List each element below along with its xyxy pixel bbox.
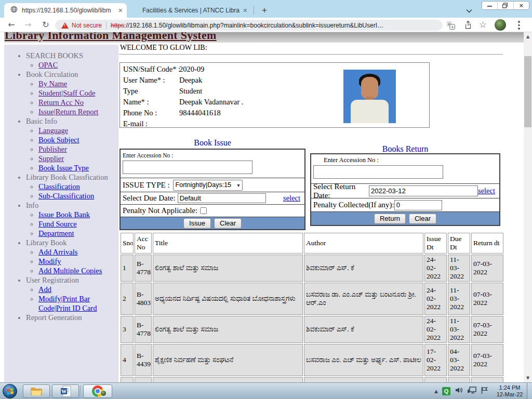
issue-type-value: Fortnightly|Days:15	[176, 181, 231, 189]
return-button[interactable]: Return	[374, 214, 406, 224]
issue-type-select[interactable]: Fortnightly|Days:15 ▾	[173, 180, 243, 191]
sidebar-item-publisher[interactable]: Publisher	[38, 145, 67, 153]
reload-button[interactable]: ↻	[39, 20, 52, 31]
windows-logo-icon	[6, 388, 14, 394]
network-icon[interactable]	[467, 387, 476, 396]
page-scrollbar[interactable]: ▲ ▼	[524, 32, 532, 382]
volume-icon[interactable]	[455, 386, 463, 396]
tab-close-icon[interactable]: ×	[118, 7, 123, 14]
due-date-select-link[interactable]: select	[283, 194, 300, 203]
return-clear-button[interactable]: Clear	[409, 214, 436, 224]
url-scheme-struck: https	[111, 22, 124, 29]
col-title: Title	[153, 233, 303, 254]
welcome-heading: WELCOME TO GLOW LIB:	[120, 44, 207, 52]
folder-icon	[30, 386, 43, 396]
forward-button[interactable]: →	[22, 20, 34, 31]
issue-clear-button[interactable]: Clear	[214, 218, 242, 229]
sidebar-item-issue-return-report[interactable]: Issue|Return Report	[38, 108, 98, 116]
start-button[interactable]	[3, 384, 17, 398]
translate-icon[interactable]: Aa	[446, 20, 456, 32]
action-center-flag-icon[interactable]	[481, 387, 488, 396]
share-icon[interactable]	[463, 20, 473, 32]
url-text: https://192.168.1.50/glowlib/libmain.php…	[111, 22, 383, 29]
return-buttons-row: Return Clear	[311, 211, 499, 225]
sidebar-item-department[interactable]: Department	[38, 229, 74, 237]
col-issue-dt: Issue Dt	[424, 233, 447, 254]
tab-facilities[interactable]: Facilities & Services | ATNCC Libra ×	[131, 3, 251, 18]
not-secure-warning-icon	[61, 22, 69, 29]
tab-glowlib[interactable]: https://192.168.1.50/glowlib/libm ×	[4, 3, 127, 18]
sidebar-item-fund-source[interactable]: Fund Source	[38, 220, 77, 228]
scrollbar-thumb[interactable]	[524, 56, 531, 127]
sidebar-item-language[interactable]: Language	[38, 126, 68, 135]
accession-row: Enter Accession No :	[311, 154, 499, 183]
user-field: User Name* :Deepak	[123, 76, 202, 85]
taskbar-chrome-button[interactable]	[83, 384, 112, 398]
return-date-select-link[interactable]: select	[478, 187, 495, 195]
sidebar-item-book-issue-type[interactable]: Book Issue Type	[38, 164, 89, 172]
taskbar-clock[interactable]: 1:24 PM 12-Mar-22	[493, 384, 527, 398]
return-accession-input[interactable]	[313, 165, 443, 179]
browser-menu-icon[interactable]	[518, 21, 520, 31]
sidebar-item-opac[interactable]: OPAC	[38, 61, 58, 69]
word-icon: W	[60, 385, 71, 397]
bookmark-star-icon[interactable]: ☆	[479, 19, 487, 30]
taskbar-explorer-button[interactable]	[23, 384, 50, 398]
issue-button[interactable]: Issue	[183, 218, 211, 229]
sidebar-item-sub-classification[interactable]: Sub-Classification	[38, 192, 94, 200]
sidebar-item-classification[interactable]: Classification	[38, 182, 80, 191]
sidebar-item-modify[interactable]: Modify	[38, 257, 61, 265]
antivirus-tray-icon[interactable]: Q	[442, 387, 450, 395]
due-date-label: Select Due Date:	[123, 194, 176, 203]
sidebar-item-add-arrivals[interactable]: Add Arrivals	[38, 248, 77, 256]
penalty-row: Penalty Not Applicable:	[121, 204, 304, 217]
sidebar-item-supplier[interactable]: Supplier	[38, 154, 64, 163]
sidebar-item-student-staff-code[interactable]: Student|Staff Code	[38, 89, 95, 97]
profile-avatar[interactable]	[495, 19, 506, 31]
penalty-not-applicable-label: Penalty Not Applicable:	[123, 206, 197, 215]
user-field: E-mail :	[123, 119, 179, 128]
restore-icon	[502, 3, 509, 9]
scroll-down-icon[interactable]: ▼	[524, 374, 532, 382]
not-secure-label: Not secure	[72, 22, 102, 29]
sidebar-item-add[interactable]: Add	[38, 285, 51, 294]
new-tab-button[interactable]: +	[258, 4, 271, 17]
sidebar-nav: SEARCH BOOKS OPAC Book Circulation By Na…	[4, 45, 118, 382]
url-rest: ://192.168.1.50/glowlib/libmain.php?main…	[124, 22, 383, 29]
sidebar-section-report-generation: Report Generation	[26, 313, 116, 322]
col-sno: Sno	[121, 233, 134, 254]
minimize-button[interactable]	[482, 2, 498, 9]
scroll-up-icon[interactable]: ▲	[524, 32, 532, 41]
sidebar-item-return-acc-no[interactable]: Return Acc No	[38, 98, 84, 107]
sidebar-section-book-circulation: Book Circulation By Name Student|Staff C…	[26, 70, 116, 116]
tab-search-chevron-icon[interactable]	[466, 6, 473, 16]
close-button[interactable]: ×	[514, 2, 529, 9]
issue-accession-input[interactable]	[123, 161, 252, 174]
books-return-form: Enter Accession No : Select Return Date:…	[310, 153, 500, 226]
address-divider	[106, 22, 107, 29]
user-field: USN/Staff Code* :2020-09	[123, 65, 204, 74]
address-bar[interactable]: Not secure https://192.168.1.50/glowlib/…	[55, 20, 443, 31]
return-date-label: Select Return Date:	[313, 182, 367, 200]
show-desktop-button[interactable]	[527, 383, 532, 399]
restore-button[interactable]	[498, 2, 513, 9]
col-author: Author	[304, 233, 423, 254]
tray-expand-icon[interactable]: ▲	[434, 389, 438, 394]
return-date-input[interactable]	[369, 185, 478, 196]
site-header-bar: Library Information Management System	[4, 32, 524, 43]
sidebar-item-issue-book-bank[interactable]: Issue Book Bank	[38, 210, 90, 219]
sidebar-item-book-subject[interactable]: Book Subject	[38, 136, 79, 144]
tab-close-icon[interactable]: ×	[243, 7, 247, 14]
sidebar-item-by-name[interactable]: By Name	[38, 79, 67, 88]
penalty-collected-input[interactable]	[394, 200, 442, 210]
back-button[interactable]: ←	[5, 20, 18, 31]
sidebar-item-modify-print[interactable]: Modify|Print Bar Code|Print ID Card	[38, 295, 97, 312]
table-row: 1B-4778ಲಿಂಗತ್ವ ಶಾಲೆ ಮತ್ತು ಸಮಾಜಶಿವಕುಮಾರ್ …	[121, 255, 503, 282]
penalty-not-applicable-checkbox[interactable]	[200, 207, 207, 214]
taskbar-word-button[interactable]: W	[52, 384, 79, 398]
due-date-row: Select Due Date: select	[121, 192, 304, 204]
sidebar-item-add-multiple-copies[interactable]: Add Multiple Copies	[38, 267, 102, 275]
tab-separator	[254, 6, 254, 15]
due-date-input[interactable]	[178, 193, 266, 203]
sidebar-section-info: Info Issue Book Bank Fund Source Departm…	[26, 201, 116, 238]
